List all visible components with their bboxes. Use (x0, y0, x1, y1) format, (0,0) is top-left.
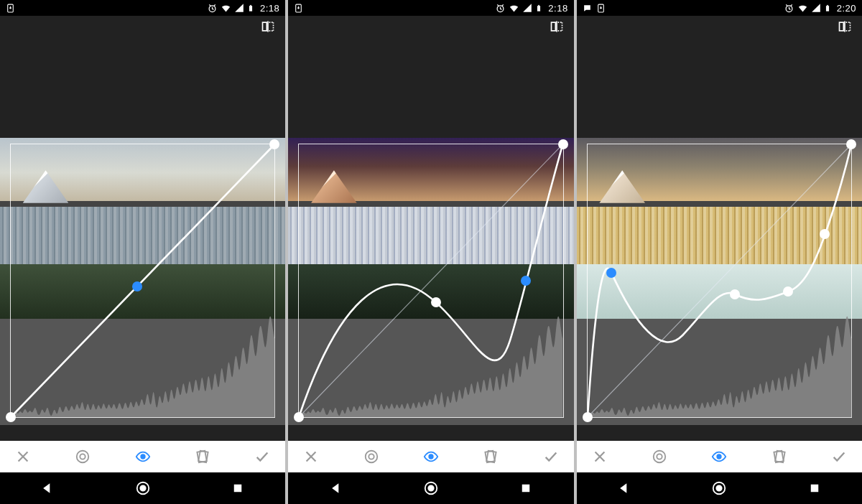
curve-handle[interactable] (6, 412, 16, 422)
svg-point-50 (657, 454, 662, 459)
nav-recents-button[interactable] (230, 480, 246, 496)
confirm-button[interactable] (542, 448, 560, 465)
svg-rect-42 (839, 22, 843, 31)
phone-panel-3: 2:20 (577, 0, 862, 504)
android-nav-bar (577, 472, 862, 504)
curve-handle-active[interactable] (132, 281, 142, 291)
svg-rect-23 (551, 22, 555, 31)
svg-rect-2 (249, 6, 252, 11)
svg-point-49 (654, 451, 666, 463)
styles-button[interactable] (194, 448, 211, 465)
editor-bottom-toolbar (288, 441, 573, 472)
phone-panel-2: 2:18 (288, 0, 573, 504)
svg-rect-40 (826, 6, 829, 11)
styles-button[interactable] (771, 448, 788, 465)
curves-canvas[interactable] (577, 138, 862, 425)
cell-signal-icon (234, 3, 244, 13)
editor-spacer (577, 37, 862, 138)
alarm-icon (207, 3, 218, 14)
confirm-button[interactable] (830, 448, 848, 465)
presets-button[interactable] (651, 448, 668, 465)
nav-back-button[interactable] (328, 480, 344, 496)
view-button[interactable] (134, 448, 152, 465)
svg-rect-15 (198, 451, 208, 462)
curves-canvas[interactable] (0, 138, 285, 425)
wifi-icon (509, 3, 519, 14)
nav-home-button[interactable] (423, 480, 439, 496)
phone-panel-1: 2:18 (0, 0, 285, 504)
svg-point-11 (77, 451, 89, 463)
editor-spacer (0, 37, 285, 138)
curves-canvas[interactable] (288, 138, 573, 425)
nav-back-button[interactable] (40, 480, 55, 496)
cancel-button[interactable] (14, 448, 32, 465)
curve-bounding-box[interactable] (10, 144, 275, 418)
svg-point-13 (141, 454, 145, 459)
svg-point-55 (717, 485, 722, 490)
svg-rect-4 (263, 22, 267, 31)
editor-spacer-below (577, 425, 862, 441)
nav-home-button[interactable] (711, 480, 727, 496)
svg-rect-56 (811, 485, 819, 493)
view-button[interactable] (710, 448, 728, 465)
svg-rect-3 (250, 4, 251, 5)
curve-bounding-box[interactable] (298, 144, 563, 418)
android-status-bar: 2:18 (0, 0, 285, 16)
editor-spacer-below (0, 425, 285, 441)
presets-button[interactable] (74, 448, 91, 465)
svg-point-51 (718, 454, 722, 459)
editor-spacer (288, 37, 573, 138)
curve-handle[interactable] (783, 286, 793, 297)
cancel-button[interactable] (591, 448, 608, 465)
cancel-button[interactable] (302, 448, 320, 465)
wifi-icon (797, 3, 808, 14)
download-icon (596, 4, 606, 13)
svg-rect-22 (539, 4, 540, 5)
curve-bounding-box[interactable] (587, 144, 852, 418)
confirm-button[interactable] (254, 448, 271, 465)
curve-handle[interactable] (846, 139, 856, 149)
curve-handle[interactable] (558, 139, 568, 149)
editor-top-bar (0, 16, 285, 37)
editor-top-bar (288, 16, 573, 37)
editor-bottom-toolbar (0, 441, 285, 472)
status-clock: 2:18 (548, 3, 567, 14)
svg-rect-37 (522, 485, 530, 493)
wifi-icon (221, 3, 231, 14)
svg-point-31 (369, 454, 374, 459)
editor-spacer-below (288, 425, 573, 441)
histogram (11, 316, 274, 417)
nav-recents-button[interactable] (807, 480, 822, 496)
view-button[interactable] (422, 448, 440, 465)
svg-point-32 (429, 454, 433, 459)
svg-point-36 (428, 485, 433, 490)
compare-before-after-icon[interactable] (261, 19, 275, 34)
editor-bottom-toolbar (577, 441, 862, 472)
styles-button[interactable] (482, 448, 499, 465)
android-status-bar: 2:20 (577, 0, 862, 16)
svg-rect-34 (487, 451, 496, 462)
svg-point-12 (80, 454, 85, 459)
cell-signal-icon (522, 3, 532, 13)
nav-back-button[interactable] (616, 480, 632, 496)
battery-icon (824, 3, 831, 14)
android-status-bar: 2:18 (288, 0, 573, 16)
presets-button[interactable] (363, 448, 380, 465)
alarm-icon (495, 3, 506, 14)
chat-bubble-icon (583, 4, 592, 13)
svg-rect-53 (775, 451, 784, 462)
compare-before-after-icon[interactable] (838, 19, 852, 34)
compare-before-after-icon[interactable] (550, 19, 564, 34)
svg-rect-41 (827, 4, 828, 5)
svg-rect-18 (234, 485, 242, 493)
svg-rect-21 (537, 6, 540, 11)
download-icon (6, 4, 15, 13)
curve-handle[interactable] (583, 412, 593, 422)
svg-point-30 (365, 451, 377, 463)
battery-icon (535, 3, 542, 14)
nav-recents-button[interactable] (518, 480, 534, 496)
download-icon (294, 4, 303, 13)
nav-home-button[interactable] (135, 480, 151, 496)
svg-point-17 (140, 485, 145, 490)
curve-handle-active[interactable] (606, 268, 616, 278)
